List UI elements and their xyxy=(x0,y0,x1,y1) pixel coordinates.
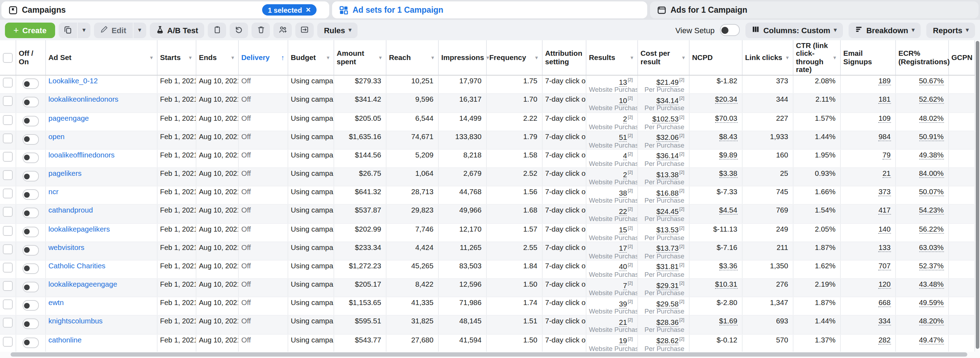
email-signups-value[interactable]: 373 xyxy=(878,188,891,196)
email-signups-value[interactable]: 140 xyxy=(878,225,891,233)
row-toggle[interactable] xyxy=(22,79,38,89)
export-import-button[interactable] xyxy=(296,22,314,38)
column-header-ecr[interactable]: ECR% (Registrations) xyxy=(895,40,948,76)
ecr-value[interactable]: 54.23% xyxy=(919,206,943,215)
row-checkbox[interactable] xyxy=(3,318,13,328)
row-checkbox[interactable] xyxy=(3,263,13,272)
row-toggle[interactable] xyxy=(22,152,38,163)
row-toggle[interactable] xyxy=(22,282,38,292)
create-button[interactable]: + Create xyxy=(5,22,55,38)
ncpd-value[interactable]: $3.36 xyxy=(719,262,737,271)
row-toggle[interactable] xyxy=(22,171,38,182)
row-toggle[interactable] xyxy=(22,208,38,219)
cost-per-result-value[interactable]: $28.62 xyxy=(656,337,679,345)
row-checkbox[interactable] xyxy=(3,189,13,199)
breakdown-button[interactable]: Breakdown ▾ xyxy=(849,22,921,38)
row-toggle[interactable] xyxy=(22,337,38,348)
adset-link[interactable]: pagelikers xyxy=(48,169,82,177)
column-header-toggle[interactable]: Off / On xyxy=(16,40,45,76)
row-checkbox[interactable] xyxy=(3,281,13,291)
row-checkbox[interactable] xyxy=(3,170,13,180)
row-checkbox[interactable] xyxy=(3,207,13,217)
row-checkbox[interactable] xyxy=(3,78,13,88)
column-header-email[interactable]: Email Signups xyxy=(840,40,895,76)
results-value[interactable]: 7 xyxy=(623,281,627,290)
adset-link[interactable]: lookalikepageengage xyxy=(48,280,117,288)
ecr-value[interactable]: 52.62% xyxy=(919,96,943,104)
cost-per-result-value[interactable]: $24.45 xyxy=(656,208,679,216)
cost-per-result-value[interactable]: $36.14 xyxy=(656,152,679,161)
cost-per-result-value[interactable]: $29.58 xyxy=(656,300,679,308)
results-value[interactable]: 2 xyxy=(623,115,627,124)
column-header-budget[interactable]: Budget▼ xyxy=(288,40,334,76)
ncpd-value[interactable]: $3.38 xyxy=(719,169,737,178)
ecr-value[interactable]: 48.20% xyxy=(919,317,943,326)
audiences-button[interactable] xyxy=(274,22,292,38)
results-value[interactable]: 15 xyxy=(619,226,627,234)
edit-button[interactable]: Edit xyxy=(94,22,133,38)
email-signups-value[interactable]: 417 xyxy=(878,206,891,215)
email-signups-value[interactable]: 109 xyxy=(878,114,891,122)
ecr-value[interactable]: 63.03% xyxy=(919,244,943,252)
column-header-ncpd[interactable]: NCPD xyxy=(689,40,742,76)
results-value[interactable]: 22 xyxy=(619,208,627,216)
ecr-value[interactable]: 49.59% xyxy=(919,299,943,307)
row-toggle[interactable] xyxy=(22,301,38,311)
column-header-frequency[interactable]: Frequency▼ xyxy=(486,40,542,76)
cost-per-result-value[interactable]: $13.53 xyxy=(656,226,679,234)
adset-link[interactable]: knightscolumbus xyxy=(48,317,102,325)
chip-close-icon[interactable]: ✕ xyxy=(305,6,311,13)
reports-button[interactable]: Reports ▾ xyxy=(927,22,975,38)
ecr-value[interactable]: 56.22% xyxy=(919,225,943,233)
ecr-value[interactable]: 84.00% xyxy=(919,169,943,178)
rules-button[interactable]: Rules ▾ xyxy=(318,22,358,38)
email-signups-value[interactable]: 21 xyxy=(883,169,891,178)
cost-per-result-value[interactable]: $32.06 xyxy=(656,133,679,142)
adset-link[interactable]: pageengage xyxy=(48,114,89,122)
cost-per-result-value[interactable]: $13.38 xyxy=(656,171,679,179)
results-value[interactable]: 40 xyxy=(619,263,627,271)
ab-test-button[interactable]: A/B Test xyxy=(150,22,205,38)
email-signups-value[interactable]: 120 xyxy=(878,280,891,289)
ecr-value[interactable]: 49.38% xyxy=(919,151,943,160)
ecr-value[interactable]: 50.67% xyxy=(919,77,943,86)
column-header-starts[interactable]: Starts▼ xyxy=(157,40,196,76)
column-header-cost[interactable]: Cost per result▼ xyxy=(637,40,689,76)
row-toggle[interactable] xyxy=(22,97,38,108)
column-header-select[interactable] xyxy=(0,40,16,76)
row-toggle[interactable] xyxy=(22,263,38,274)
email-signups-value[interactable]: 334 xyxy=(878,317,891,326)
tab-ads[interactable]: Ads for 1 Campaign xyxy=(650,2,978,18)
tab-adsets[interactable]: Ad sets for 1 Campaign xyxy=(332,2,647,18)
row-checkbox[interactable] xyxy=(3,115,13,125)
row-toggle[interactable] xyxy=(22,226,38,237)
tab-campaigns[interactable]: Campaigns 1 selected ✕ xyxy=(2,2,329,18)
row-toggle[interactable] xyxy=(22,116,38,126)
adset-link[interactable]: lookalikeonlinedonors xyxy=(48,96,118,103)
results-value[interactable]: 13 xyxy=(619,78,627,87)
results-value[interactable]: 39 xyxy=(619,300,627,308)
cost-per-result-value[interactable]: $28.36 xyxy=(656,318,679,327)
column-header-ends[interactable]: Ends▼ xyxy=(196,40,238,76)
ncpd-value[interactable]: $10.31 xyxy=(715,280,737,289)
email-signups-value[interactable]: 133 xyxy=(878,244,891,252)
ecr-value[interactable]: 50.07% xyxy=(919,188,943,196)
duplicate-button[interactable] xyxy=(59,22,77,38)
column-header-link_clicks[interactable]: Link clicks▼ xyxy=(742,40,793,76)
cost-per-result-value[interactable]: $13.73 xyxy=(656,244,679,253)
cost-per-result-value[interactable]: $31.81 xyxy=(656,263,679,271)
results-value[interactable]: 2 xyxy=(623,171,627,179)
ncpd-value[interactable]: $70.03 xyxy=(715,114,737,122)
email-signups-value[interactable]: 181 xyxy=(878,96,891,104)
adset-link[interactable]: open xyxy=(48,133,65,141)
selected-count-chip[interactable]: 1 selected ✕ xyxy=(262,4,317,16)
column-header-gcpn[interactable]: GCPN xyxy=(948,40,975,76)
email-signups-value[interactable]: 707 xyxy=(878,262,891,271)
row-checkbox[interactable] xyxy=(3,244,13,254)
adset-link[interactable]: cathonline xyxy=(48,336,82,344)
ecr-value[interactable]: 43.48% xyxy=(919,280,943,289)
delete-button[interactable] xyxy=(252,22,270,38)
vertical-scrollbar-thumb[interactable] xyxy=(976,41,979,349)
columns-button[interactable]: Columns: Custom ▾ xyxy=(746,22,843,38)
row-toggle[interactable] xyxy=(22,134,38,145)
